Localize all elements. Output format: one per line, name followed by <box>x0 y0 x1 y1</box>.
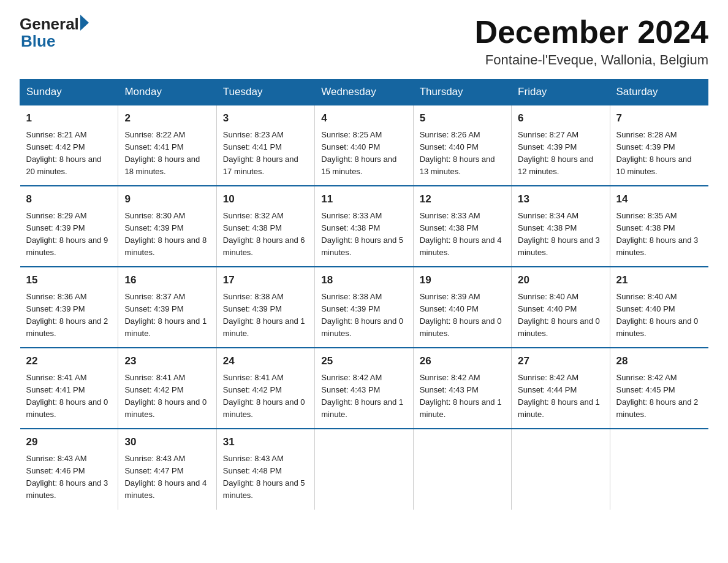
table-row: 24 Sunrise: 8:41 AMSunset: 4:42 PMDaylig… <box>216 348 314 429</box>
day-info: Sunrise: 8:26 AMSunset: 4:40 PMDaylight:… <box>420 130 495 176</box>
day-number: 5 <box>420 110 505 126</box>
table-row: 26 Sunrise: 8:42 AMSunset: 4:43 PMDaylig… <box>413 348 511 429</box>
day-number: 28 <box>616 353 702 369</box>
calendar-week-row: 15 Sunrise: 8:36 AMSunset: 4:39 PMDaylig… <box>20 267 708 348</box>
day-number: 2 <box>124 110 210 126</box>
day-info: Sunrise: 8:33 AMSunset: 4:38 PMDaylight:… <box>321 211 403 257</box>
table-row: 8 Sunrise: 8:29 AMSunset: 4:39 PMDayligh… <box>20 186 118 267</box>
day-info: Sunrise: 8:42 AMSunset: 4:44 PMDaylight:… <box>518 373 600 419</box>
day-number: 20 <box>518 272 603 288</box>
table-row: 16 Sunrise: 8:37 AMSunset: 4:39 PMDaylig… <box>118 267 216 348</box>
table-row: 28 Sunrise: 8:42 AMSunset: 4:45 PMDaylig… <box>610 348 708 429</box>
table-row: 1 Sunrise: 8:21 AMSunset: 4:42 PMDayligh… <box>20 105 118 186</box>
header-monday: Monday <box>118 80 216 105</box>
header-wednesday: Wednesday <box>315 80 413 105</box>
day-number: 24 <box>223 353 308 369</box>
table-row: 7 Sunrise: 8:28 AMSunset: 4:39 PMDayligh… <box>610 105 708 186</box>
day-number: 29 <box>26 434 112 450</box>
logo-arrow-icon <box>80 15 89 31</box>
calendar-table: Sunday Monday Tuesday Wednesday Thursday… <box>20 79 708 509</box>
table-row: 13 Sunrise: 8:34 AMSunset: 4:38 PMDaylig… <box>512 186 610 267</box>
table-row: 5 Sunrise: 8:26 AMSunset: 4:40 PMDayligh… <box>413 105 511 186</box>
day-number: 6 <box>518 110 603 126</box>
logo-blue-text: Blue <box>21 32 55 50</box>
day-info: Sunrise: 8:41 AMSunset: 4:42 PMDaylight:… <box>124 373 207 419</box>
day-number: 17 <box>223 272 308 288</box>
table-row: 14 Sunrise: 8:35 AMSunset: 4:38 PMDaylig… <box>610 186 708 267</box>
day-info: Sunrise: 8:42 AMSunset: 4:43 PMDaylight:… <box>420 373 502 419</box>
calendar-week-row: 29 Sunrise: 8:43 AMSunset: 4:46 PMDaylig… <box>20 429 708 509</box>
day-number: 31 <box>223 434 308 450</box>
day-info: Sunrise: 8:43 AMSunset: 4:48 PMDaylight:… <box>223 454 305 500</box>
table-row: 21 Sunrise: 8:40 AMSunset: 4:40 PMDaylig… <box>610 267 708 348</box>
day-number: 9 <box>124 191 210 207</box>
day-info: Sunrise: 8:40 AMSunset: 4:40 PMDaylight:… <box>518 292 600 338</box>
day-info: Sunrise: 8:27 AMSunset: 4:39 PMDaylight:… <box>518 130 593 176</box>
table-row: 2 Sunrise: 8:22 AMSunset: 4:41 PMDayligh… <box>118 105 216 186</box>
day-number: 11 <box>321 191 406 207</box>
table-row: 4 Sunrise: 8:25 AMSunset: 4:40 PMDayligh… <box>315 105 413 186</box>
day-number: 25 <box>321 353 406 369</box>
day-number: 4 <box>321 110 406 126</box>
day-info: Sunrise: 8:33 AMSunset: 4:38 PMDaylight:… <box>420 211 502 257</box>
table-row <box>610 429 708 509</box>
calendar-week-row: 1 Sunrise: 8:21 AMSunset: 4:42 PMDayligh… <box>20 105 708 186</box>
day-number: 22 <box>26 353 112 369</box>
table-row <box>413 429 511 509</box>
table-row: 23 Sunrise: 8:41 AMSunset: 4:42 PMDaylig… <box>118 348 216 429</box>
table-row: 15 Sunrise: 8:36 AMSunset: 4:39 PMDaylig… <box>20 267 118 348</box>
table-row <box>315 429 413 509</box>
table-row: 30 Sunrise: 8:43 AMSunset: 4:47 PMDaylig… <box>118 429 216 509</box>
table-row: 19 Sunrise: 8:39 AMSunset: 4:40 PMDaylig… <box>413 267 511 348</box>
weekday-header-row: Sunday Monday Tuesday Wednesday Thursday… <box>20 80 708 105</box>
day-number: 3 <box>223 110 308 126</box>
day-number: 1 <box>26 110 112 126</box>
day-number: 8 <box>26 191 112 207</box>
month-title: December 2024 <box>474 15 708 50</box>
day-info: Sunrise: 8:30 AMSunset: 4:39 PMDaylight:… <box>124 211 207 257</box>
table-row: 22 Sunrise: 8:41 AMSunset: 4:41 PMDaylig… <box>20 348 118 429</box>
day-info: Sunrise: 8:39 AMSunset: 4:40 PMDaylight:… <box>420 292 502 338</box>
day-info: Sunrise: 8:34 AMSunset: 4:38 PMDaylight:… <box>518 211 600 257</box>
day-number: 16 <box>124 272 210 288</box>
calendar-week-row: 8 Sunrise: 8:29 AMSunset: 4:39 PMDayligh… <box>20 186 708 267</box>
table-row: 6 Sunrise: 8:27 AMSunset: 4:39 PMDayligh… <box>512 105 610 186</box>
header-saturday: Saturday <box>610 80 708 105</box>
table-row: 20 Sunrise: 8:40 AMSunset: 4:40 PMDaylig… <box>512 267 610 348</box>
day-info: Sunrise: 8:25 AMSunset: 4:40 PMDaylight:… <box>321 130 396 176</box>
day-info: Sunrise: 8:38 AMSunset: 4:39 PMDaylight:… <box>223 292 305 338</box>
day-info: Sunrise: 8:38 AMSunset: 4:39 PMDaylight:… <box>321 292 403 338</box>
day-number: 26 <box>420 353 505 369</box>
day-number: 23 <box>124 353 210 369</box>
day-number: 30 <box>124 434 210 450</box>
day-number: 7 <box>616 110 702 126</box>
table-row: 12 Sunrise: 8:33 AMSunset: 4:38 PMDaylig… <box>413 186 511 267</box>
day-number: 21 <box>616 272 702 288</box>
day-number: 14 <box>616 191 702 207</box>
header-tuesday: Tuesday <box>216 80 314 105</box>
day-number: 15 <box>26 272 112 288</box>
day-info: Sunrise: 8:40 AMSunset: 4:40 PMDaylight:… <box>616 292 699 338</box>
table-row: 18 Sunrise: 8:38 AMSunset: 4:39 PMDaylig… <box>315 267 413 348</box>
table-row: 3 Sunrise: 8:23 AMSunset: 4:41 PMDayligh… <box>216 105 314 186</box>
day-info: Sunrise: 8:29 AMSunset: 4:39 PMDaylight:… <box>26 211 108 257</box>
logo: General Blue <box>20 15 90 51</box>
table-row: 25 Sunrise: 8:42 AMSunset: 4:43 PMDaylig… <box>315 348 413 429</box>
header-thursday: Thursday <box>413 80 511 105</box>
table-row: 11 Sunrise: 8:33 AMSunset: 4:38 PMDaylig… <box>315 186 413 267</box>
table-row: 29 Sunrise: 8:43 AMSunset: 4:46 PMDaylig… <box>20 429 118 509</box>
table-row <box>512 429 610 509</box>
day-info: Sunrise: 8:37 AMSunset: 4:39 PMDaylight:… <box>124 292 207 338</box>
day-info: Sunrise: 8:32 AMSunset: 4:38 PMDaylight:… <box>223 211 305 257</box>
day-info: Sunrise: 8:21 AMSunset: 4:42 PMDaylight:… <box>26 130 102 176</box>
day-info: Sunrise: 8:43 AMSunset: 4:47 PMDaylight:… <box>124 454 207 500</box>
day-number: 13 <box>518 191 603 207</box>
table-row: 31 Sunrise: 8:43 AMSunset: 4:48 PMDaylig… <box>216 429 314 509</box>
day-number: 10 <box>223 191 308 207</box>
title-block: December 2024 Fontaine-l'Eveque, Walloni… <box>474 15 708 68</box>
day-info: Sunrise: 8:42 AMSunset: 4:45 PMDaylight:… <box>616 373 699 419</box>
day-info: Sunrise: 8:36 AMSunset: 4:39 PMDaylight:… <box>26 292 108 338</box>
logo-general-text: General <box>20 16 79 32</box>
table-row: 9 Sunrise: 8:30 AMSunset: 4:39 PMDayligh… <box>118 186 216 267</box>
location-title: Fontaine-l'Eveque, Wallonia, Belgium <box>474 52 708 68</box>
